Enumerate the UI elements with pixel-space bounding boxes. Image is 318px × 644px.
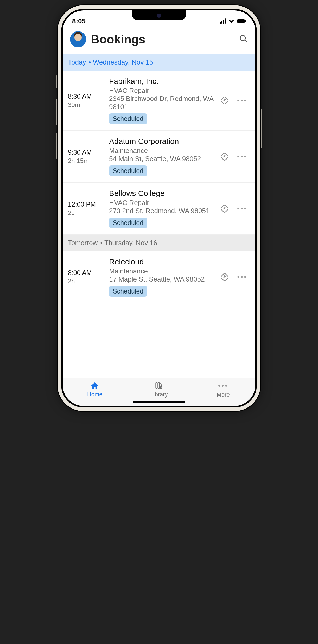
- time-column: 9:30 AM2h 15m: [68, 149, 106, 164]
- directions-icon: [220, 96, 229, 105]
- booking-row[interactable]: 9:30 AM2h 15mAdatum CorporationMaintenan…: [63, 131, 255, 183]
- tab-label: Home: [87, 391, 103, 398]
- device-frame: 8:05 Bookings TodayWednesday, Nov 158:30…: [58, 5, 260, 411]
- status-badge: Scheduled: [109, 286, 147, 297]
- tab-label: More: [217, 391, 230, 398]
- time-column: 12:00 PM2d: [68, 201, 106, 216]
- directions-icon: [220, 152, 229, 161]
- directions-button[interactable]: [219, 271, 230, 283]
- svg-rect-0: [237, 19, 245, 23]
- booking-time: 8:00 AM: [68, 269, 106, 277]
- booking-duration: 2h: [68, 278, 106, 285]
- volume-down-button: [56, 133, 58, 159]
- details-column: Fabrikam, Inc.HVAC Repair2345 Birchwood …: [109, 77, 216, 124]
- ellipsis-icon: •••: [237, 273, 247, 281]
- library-icon: [155, 382, 163, 390]
- more-actions-button[interactable]: •••: [237, 95, 248, 106]
- section-date: Wednesday, Nov 15: [88, 58, 153, 66]
- details-column: Adatum CorporationMaintenance54 Main St,…: [109, 137, 216, 176]
- tab-label: Library: [150, 391, 168, 398]
- booking-time: 8:30 AM: [68, 93, 106, 100]
- side-button: [56, 75, 58, 88]
- directions-icon: [220, 204, 229, 213]
- wifi-icon: [228, 18, 234, 24]
- section-header: TomorrowThursday, Nov 16: [63, 235, 255, 251]
- service-type: Maintenance: [109, 147, 216, 155]
- section-prefix: Today: [68, 58, 86, 66]
- customer-name: Fabrikam, Inc.: [109, 77, 216, 86]
- booking-time: 9:30 AM: [68, 149, 106, 156]
- booking-time: 12:00 PM: [68, 201, 106, 208]
- customer-name: Relecloud: [109, 257, 216, 266]
- address: 273 2nd St, Redmond, WA 98051: [109, 207, 216, 215]
- more-actions-button[interactable]: •••: [237, 151, 248, 162]
- volume-up-button: [56, 99, 58, 125]
- device-notch: [132, 10, 186, 20]
- address: 17 Maple St, Seattle, WA 98052: [109, 275, 216, 283]
- svg-rect-8: [156, 383, 157, 388]
- cell-signal-icon: [220, 18, 226, 24]
- booking-row[interactable]: 8:00 AM2hRelecloudMaintenance17 Maple St…: [63, 251, 255, 303]
- search-icon: [239, 34, 248, 43]
- customer-name: Adatum Corporation: [109, 137, 216, 146]
- booking-row[interactable]: 12:00 PM2dBellows CollegeHVAC Repair273 …: [63, 183, 255, 235]
- avatar[interactable]: [70, 31, 86, 47]
- status-badge: Scheduled: [109, 218, 147, 228]
- page-title: Bookings: [91, 32, 234, 46]
- booking-duration: 2h 15m: [68, 157, 106, 164]
- customer-name: Bellows College: [109, 189, 216, 198]
- details-column: RelecloudMaintenance17 Maple St, Seattle…: [109, 257, 216, 297]
- section-prefix: Tomorrow: [68, 239, 98, 247]
- home-indicator[interactable]: [133, 401, 185, 403]
- service-type: Maintenance: [109, 267, 216, 275]
- details-column: Bellows CollegeHVAC Repair273 2nd St, Re…: [109, 189, 216, 228]
- ellipsis-icon: •••: [237, 97, 247, 105]
- battery-icon: [237, 19, 246, 23]
- time-column: 8:30 AM30m: [68, 93, 106, 109]
- ellipsis-icon: •••: [237, 152, 247, 161]
- directions-button[interactable]: [219, 151, 230, 162]
- service-type: HVAC Repair: [109, 87, 216, 95]
- service-type: HVAC Repair: [109, 199, 216, 207]
- home-icon: [90, 382, 99, 390]
- more-actions-button[interactable]: •••: [237, 203, 248, 214]
- directions-button[interactable]: [219, 203, 230, 214]
- directions-button[interactable]: [219, 95, 230, 106]
- svg-line-3: [245, 40, 247, 42]
- search-button[interactable]: [239, 34, 248, 44]
- directions-icon: [220, 273, 229, 282]
- tab-bar: Thursday, July 29 Home Library ••• More: [63, 378, 255, 406]
- svg-rect-1: [245, 20, 246, 22]
- section-date: Thursday, Nov 16: [100, 239, 157, 247]
- booking-duration: 30m: [68, 101, 106, 109]
- time-column: 8:00 AM2h: [68, 269, 106, 285]
- clock: 8:05: [72, 17, 86, 25]
- page-header: Bookings: [63, 26, 255, 54]
- power-button: [260, 109, 262, 148]
- booking-duration: 2d: [68, 209, 106, 216]
- more-actions-button[interactable]: •••: [237, 271, 248, 283]
- address: 2345 Birchwood Dr, Redmond, WA 98101: [109, 95, 216, 111]
- tab-more[interactable]: ••• More: [191, 382, 255, 398]
- address: 54 Main St, Seattle, WA 98052: [109, 155, 216, 163]
- tab-library[interactable]: Library: [127, 382, 191, 398]
- status-icons: [220, 18, 246, 24]
- section-header: TodayWednesday, Nov 15: [63, 54, 255, 71]
- more-icon: •••: [218, 382, 228, 390]
- svg-rect-10: [160, 383, 162, 389]
- status-badge: Scheduled: [109, 113, 147, 124]
- ellipsis-icon: •••: [237, 205, 247, 213]
- status-badge: Scheduled: [109, 165, 147, 176]
- svg-rect-9: [158, 383, 159, 388]
- booking-row[interactable]: 8:30 AM30mFabrikam, Inc.HVAC Repair2345 …: [63, 71, 255, 131]
- tab-home[interactable]: Home: [63, 382, 127, 398]
